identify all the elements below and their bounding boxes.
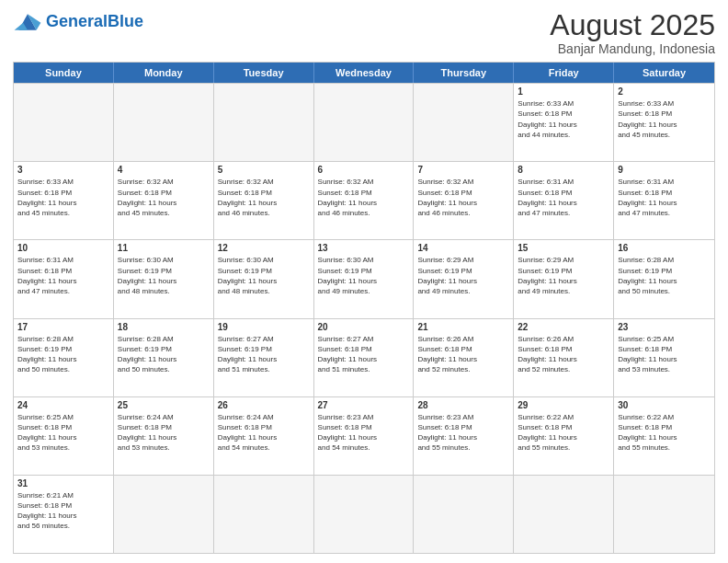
cal-week-row-1: 3Sunrise: 6:33 AM Sunset: 6:18 PM Daylig… xyxy=(14,161,714,239)
day-number: 12 xyxy=(218,243,310,253)
cal-week-row-2: 10Sunrise: 6:31 AM Sunset: 6:18 PM Dayli… xyxy=(14,239,714,317)
day-number: 7 xyxy=(417,165,509,175)
cal-cell-4-6: 30Sunrise: 6:22 AM Sunset: 6:18 PM Dayli… xyxy=(614,397,714,475)
day-info: Sunrise: 6:32 AM Sunset: 6:18 PM Dayligh… xyxy=(118,177,210,218)
day-number: 17 xyxy=(17,322,109,332)
day-number: 8 xyxy=(518,165,609,175)
cal-cell-5-3 xyxy=(314,476,415,553)
cal-cell-5-5 xyxy=(514,476,614,553)
day-number: 2 xyxy=(618,86,711,97)
calendar-title: August 2025 xyxy=(550,9,715,41)
day-number: 29 xyxy=(518,400,609,410)
day-info: Sunrise: 6:30 AM Sunset: 6:19 PM Dayligh… xyxy=(218,255,310,296)
calendar-body: 1Sunrise: 6:33 AM Sunset: 6:18 PM Daylig… xyxy=(14,83,714,553)
cal-cell-3-6: 23Sunrise: 6:25 AM Sunset: 6:18 PM Dayli… xyxy=(614,319,714,396)
day-info: Sunrise: 6:29 AM Sunset: 6:19 PM Dayligh… xyxy=(518,255,609,296)
day-info: Sunrise: 6:26 AM Sunset: 6:18 PM Dayligh… xyxy=(518,334,609,375)
day-info: Sunrise: 6:32 AM Sunset: 6:18 PM Dayligh… xyxy=(218,177,310,218)
day-number: 13 xyxy=(318,243,410,253)
day-info: Sunrise: 6:22 AM Sunset: 6:18 PM Dayligh… xyxy=(618,412,711,454)
cal-cell-0-0 xyxy=(14,84,114,161)
header-friday: Friday xyxy=(514,63,614,83)
page: GeneralBlue August 2025 Banjar Mandung, … xyxy=(0,0,728,563)
cal-cell-5-2 xyxy=(214,476,314,553)
day-number: 4 xyxy=(118,165,210,175)
day-number: 24 xyxy=(17,400,109,410)
day-number: 25 xyxy=(118,400,210,410)
calendar: Sunday Monday Tuesday Wednesday Thursday… xyxy=(13,62,715,554)
cal-week-row-3: 17Sunrise: 6:28 AM Sunset: 6:19 PM Dayli… xyxy=(14,318,714,396)
day-number: 18 xyxy=(118,322,210,332)
day-info: Sunrise: 6:33 AM Sunset: 6:18 PM Dayligh… xyxy=(518,98,609,140)
day-number: 1 xyxy=(518,86,609,97)
cal-cell-1-3: 6Sunrise: 6:32 AM Sunset: 6:18 PM Daylig… xyxy=(314,162,415,239)
logo-text: GeneralBlue xyxy=(46,13,143,31)
day-info: Sunrise: 6:23 AM Sunset: 6:18 PM Dayligh… xyxy=(417,412,509,454)
day-number: 26 xyxy=(218,400,310,410)
cal-cell-1-0: 3Sunrise: 6:33 AM Sunset: 6:18 PM Daylig… xyxy=(14,162,114,239)
day-info: Sunrise: 6:32 AM Sunset: 6:18 PM Dayligh… xyxy=(417,177,509,218)
cal-cell-5-0: 31Sunrise: 6:21 AM Sunset: 6:18 PM Dayli… xyxy=(14,476,114,553)
day-number: 15 xyxy=(518,243,609,253)
cal-cell-4-1: 25Sunrise: 6:24 AM Sunset: 6:18 PM Dayli… xyxy=(114,397,214,475)
cal-cell-5-1 xyxy=(114,476,214,553)
day-info: Sunrise: 6:31 AM Sunset: 6:18 PM Dayligh… xyxy=(17,255,109,296)
cal-cell-2-1: 11Sunrise: 6:30 AM Sunset: 6:19 PM Dayli… xyxy=(114,240,214,317)
cal-cell-0-6: 2Sunrise: 6:33 AM Sunset: 6:18 PM Daylig… xyxy=(614,84,714,161)
cal-cell-1-4: 7Sunrise: 6:32 AM Sunset: 6:18 PM Daylig… xyxy=(414,162,514,239)
day-number: 11 xyxy=(118,243,210,253)
logo-icon xyxy=(13,9,42,35)
cal-cell-5-4 xyxy=(414,476,514,553)
day-info: Sunrise: 6:33 AM Sunset: 6:18 PM Dayligh… xyxy=(618,98,711,140)
day-info: Sunrise: 6:28 AM Sunset: 6:19 PM Dayligh… xyxy=(118,334,210,375)
day-info: Sunrise: 6:28 AM Sunset: 6:19 PM Dayligh… xyxy=(618,255,711,296)
day-number: 5 xyxy=(218,165,310,175)
header-sunday: Sunday xyxy=(14,63,114,83)
day-info: Sunrise: 6:27 AM Sunset: 6:19 PM Dayligh… xyxy=(218,334,310,375)
day-info: Sunrise: 6:30 AM Sunset: 6:19 PM Dayligh… xyxy=(318,255,410,296)
logo: GeneralBlue xyxy=(13,9,143,35)
cal-cell-4-2: 26Sunrise: 6:24 AM Sunset: 6:18 PM Dayli… xyxy=(214,397,314,475)
header-tuesday: Tuesday xyxy=(214,63,314,83)
cal-cell-2-5: 15Sunrise: 6:29 AM Sunset: 6:19 PM Dayli… xyxy=(514,240,614,317)
day-number: 22 xyxy=(518,322,609,332)
day-number: 9 xyxy=(618,165,711,175)
cal-cell-4-5: 29Sunrise: 6:22 AM Sunset: 6:18 PM Dayli… xyxy=(514,397,614,475)
day-info: Sunrise: 6:21 AM Sunset: 6:18 PM Dayligh… xyxy=(17,490,109,532)
logo-blue: Blue xyxy=(108,12,143,30)
day-info: Sunrise: 6:33 AM Sunset: 6:18 PM Dayligh… xyxy=(17,177,109,218)
day-number: 6 xyxy=(318,165,410,175)
day-number: 14 xyxy=(417,243,509,253)
day-info: Sunrise: 6:31 AM Sunset: 6:18 PM Dayligh… xyxy=(518,177,609,218)
day-info: Sunrise: 6:24 AM Sunset: 6:18 PM Dayligh… xyxy=(218,412,310,454)
cal-cell-4-0: 24Sunrise: 6:25 AM Sunset: 6:18 PM Dayli… xyxy=(14,397,114,475)
day-number: 28 xyxy=(417,400,509,410)
day-info: Sunrise: 6:22 AM Sunset: 6:18 PM Dayligh… xyxy=(518,412,609,454)
cal-cell-5-6 xyxy=(614,476,714,553)
cal-cell-2-4: 14Sunrise: 6:29 AM Sunset: 6:19 PM Dayli… xyxy=(414,240,514,317)
day-info: Sunrise: 6:29 AM Sunset: 6:19 PM Dayligh… xyxy=(417,255,509,296)
cal-cell-0-4 xyxy=(414,84,514,161)
day-info: Sunrise: 6:31 AM Sunset: 6:18 PM Dayligh… xyxy=(618,177,711,218)
cal-cell-1-1: 4Sunrise: 6:32 AM Sunset: 6:18 PM Daylig… xyxy=(114,162,214,239)
header-wednesday: Wednesday xyxy=(314,63,415,83)
cal-cell-4-3: 27Sunrise: 6:23 AM Sunset: 6:18 PM Dayli… xyxy=(314,397,415,475)
calendar-subtitle: Banjar Mandung, Indonesia xyxy=(550,41,715,56)
day-number: 20 xyxy=(318,322,410,332)
day-number: 30 xyxy=(618,400,711,410)
cal-cell-1-6: 9Sunrise: 6:31 AM Sunset: 6:18 PM Daylig… xyxy=(614,162,714,239)
day-info: Sunrise: 6:26 AM Sunset: 6:18 PM Dayligh… xyxy=(417,334,509,375)
cal-cell-3-0: 17Sunrise: 6:28 AM Sunset: 6:19 PM Dayli… xyxy=(14,319,114,396)
day-number: 31 xyxy=(17,478,109,488)
cal-week-row-5: 31Sunrise: 6:21 AM Sunset: 6:18 PM Dayli… xyxy=(14,475,714,553)
day-number: 3 xyxy=(17,165,109,175)
day-info: Sunrise: 6:32 AM Sunset: 6:18 PM Dayligh… xyxy=(318,177,410,218)
calendar-header-row: Sunday Monday Tuesday Wednesday Thursday… xyxy=(14,63,714,83)
cal-cell-3-5: 22Sunrise: 6:26 AM Sunset: 6:18 PM Dayli… xyxy=(514,319,614,396)
day-info: Sunrise: 6:23 AM Sunset: 6:18 PM Dayligh… xyxy=(318,412,410,454)
cal-cell-3-3: 20Sunrise: 6:27 AM Sunset: 6:18 PM Dayli… xyxy=(314,319,415,396)
cal-cell-3-2: 19Sunrise: 6:27 AM Sunset: 6:19 PM Dayli… xyxy=(214,319,314,396)
cal-cell-3-4: 21Sunrise: 6:26 AM Sunset: 6:18 PM Dayli… xyxy=(414,319,514,396)
header: GeneralBlue August 2025 Banjar Mandung, … xyxy=(13,9,715,56)
cal-cell-0-5: 1Sunrise: 6:33 AM Sunset: 6:18 PM Daylig… xyxy=(514,84,614,161)
